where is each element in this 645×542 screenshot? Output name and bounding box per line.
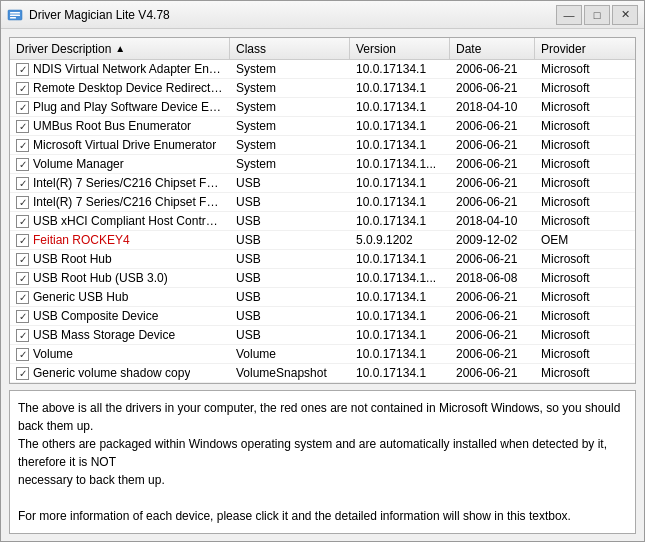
driver-class: System <box>230 136 350 154</box>
table-row[interactable]: ✓Intel(R) 7 Series/C216 Chipset Family U… <box>10 174 635 193</box>
driver-provider: Microsoft <box>535 307 635 325</box>
driver-name: Volume Manager <box>33 157 124 171</box>
driver-class: USB <box>230 288 350 306</box>
driver-date: 2006-06-21 <box>450 364 535 382</box>
driver-class: USB <box>230 212 350 230</box>
table-row[interactable]: ✓Intel(R) 7 Series/C216 Chipset Family U… <box>10 193 635 212</box>
title-bar: Driver Magician Lite V4.78 — □ ✕ <box>1 1 644 29</box>
driver-name: Intel(R) 7 Series/C216 Chipset Family US… <box>33 176 224 190</box>
table-row[interactable]: ✓Plug and Play Software Device Enumerato… <box>10 98 635 117</box>
col-header-version[interactable]: Version <box>350 38 450 59</box>
driver-date: 2006-06-21 <box>450 250 535 268</box>
table-row[interactable]: ✓UMBus Root Bus EnumeratorSystem10.0.171… <box>10 117 635 136</box>
driver-version: 10.0.17134.1 <box>350 98 450 116</box>
row-checkbox[interactable]: ✓ <box>16 101 29 114</box>
driver-date: 2006-06-21 <box>450 117 535 135</box>
driver-date: 2006-06-21 <box>450 136 535 154</box>
driver-provider: Microsoft <box>535 60 635 78</box>
driver-provider: Microsoft <box>535 250 635 268</box>
table-row[interactable]: ✓Generic volume shadow copyVolumeSnapsho… <box>10 364 635 383</box>
table-row[interactable]: ✓USB Mass Storage DeviceUSB10.0.17134.12… <box>10 326 635 345</box>
row-checkbox[interactable]: ✓ <box>16 329 29 342</box>
table-row[interactable]: ✓Generic USB HubUSB10.0.17134.12006-06-2… <box>10 288 635 307</box>
row-checkbox[interactable]: ✓ <box>16 139 29 152</box>
table-row[interactable]: ✓NDIS Virtual Network Adapter Enumerator… <box>10 60 635 79</box>
driver-version: 10.0.17134.1 <box>350 250 450 268</box>
col-header-class[interactable]: Class <box>230 38 350 59</box>
driver-name: USB Root Hub <box>33 252 112 266</box>
driver-name: USB Composite Device <box>33 309 158 323</box>
driver-version: 10.0.17134.1... <box>350 269 450 287</box>
table-row[interactable]: ✓Feitian ROCKEY4USB5.0.9.12022009-12-02O… <box>10 231 635 250</box>
table-row[interactable]: ✓Microsoft Virtual Drive EnumeratorSyste… <box>10 136 635 155</box>
svg-rect-1 <box>10 12 20 14</box>
driver-name: USB xHCI Compliant Host Controller <box>33 214 224 228</box>
driver-version: 10.0.17134.1 <box>350 288 450 306</box>
col-header-date[interactable]: Date <box>450 38 535 59</box>
col-header-driver[interactable]: Driver Description ▲ <box>10 38 230 59</box>
driver-class: USB <box>230 174 350 192</box>
driver-provider: Microsoft <box>535 326 635 344</box>
svg-rect-2 <box>10 14 20 16</box>
driver-class: System <box>230 155 350 173</box>
driver-name: Plug and Play Software Device Enumerator <box>33 100 224 114</box>
svg-rect-3 <box>10 17 16 19</box>
main-window: Driver Magician Lite V4.78 — □ ✕ Driver … <box>0 0 645 542</box>
driver-provider: Microsoft <box>535 155 635 173</box>
table-scroll-area[interactable]: ✓NDIS Virtual Network Adapter Enumerator… <box>10 60 635 383</box>
driver-version: 10.0.17134.1 <box>350 364 450 382</box>
driver-date: 2006-06-21 <box>450 307 535 325</box>
table-row[interactable]: ✓VolumeVolume10.0.17134.12006-06-21Micro… <box>10 345 635 364</box>
driver-provider: Microsoft <box>535 288 635 306</box>
row-checkbox[interactable]: ✓ <box>16 367 29 380</box>
row-checkbox[interactable]: ✓ <box>16 348 29 361</box>
row-checkbox[interactable]: ✓ <box>16 177 29 190</box>
driver-class: USB <box>230 269 350 287</box>
driver-provider: Microsoft <box>535 117 635 135</box>
driver-name: Generic USB Hub <box>33 290 128 304</box>
table-row[interactable]: ✓USB Root HubUSB10.0.17134.12006-06-21Mi… <box>10 250 635 269</box>
driver-class: System <box>230 79 350 97</box>
driver-version: 10.0.17134.1 <box>350 79 450 97</box>
driver-version: 10.0.17134.1 <box>350 60 450 78</box>
driver-name: USB Root Hub (USB 3.0) <box>33 271 168 285</box>
driver-name: Feitian ROCKEY4 <box>33 233 130 247</box>
row-checkbox[interactable]: ✓ <box>16 158 29 171</box>
info-text: The above is all the drivers in your com… <box>18 401 620 523</box>
driver-table: Driver Description ▲ Class Version Date … <box>9 37 636 384</box>
maximize-button[interactable]: □ <box>584 5 610 25</box>
driver-name: Intel(R) 7 Series/C216 Chipset Family US… <box>33 195 224 209</box>
driver-class: USB <box>230 250 350 268</box>
table-row[interactable]: ✓USB Root Hub (USB 3.0)USB10.0.17134.1..… <box>10 269 635 288</box>
driver-provider: Microsoft <box>535 345 635 363</box>
minimize-button[interactable]: — <box>556 5 582 25</box>
driver-class: USB <box>230 231 350 249</box>
row-checkbox[interactable]: ✓ <box>16 82 29 95</box>
table-row[interactable]: ✓USB Composite DeviceUSB10.0.17134.12006… <box>10 307 635 326</box>
driver-date: 2009-12-02 <box>450 231 535 249</box>
close-button[interactable]: ✕ <box>612 5 638 25</box>
driver-name: USB Mass Storage Device <box>33 328 175 342</box>
row-checkbox[interactable]: ✓ <box>16 196 29 209</box>
driver-version: 10.0.17134.1 <box>350 136 450 154</box>
driver-provider: Microsoft <box>535 364 635 382</box>
row-checkbox[interactable]: ✓ <box>16 120 29 133</box>
app-icon <box>7 7 23 23</box>
table-row[interactable]: ✓USB xHCI Compliant Host ControllerUSB10… <box>10 212 635 231</box>
driver-provider: Microsoft <box>535 79 635 97</box>
driver-provider: OEM <box>535 231 635 249</box>
driver-name: Generic volume shadow copy <box>33 366 190 380</box>
table-row[interactable]: ✓Volume ManagerSystem10.0.17134.1...2006… <box>10 155 635 174</box>
row-checkbox[interactable]: ✓ <box>16 291 29 304</box>
row-checkbox[interactable]: ✓ <box>16 234 29 247</box>
col-header-provider[interactable]: Provider <box>535 38 635 59</box>
row-checkbox[interactable]: ✓ <box>16 63 29 76</box>
row-checkbox[interactable]: ✓ <box>16 272 29 285</box>
window-title: Driver Magician Lite V4.78 <box>29 8 170 22</box>
title-bar-left: Driver Magician Lite V4.78 <box>7 7 170 23</box>
row-checkbox[interactable]: ✓ <box>16 215 29 228</box>
row-checkbox[interactable]: ✓ <box>16 310 29 323</box>
table-row[interactable]: ✓Remote Desktop Device Redirector BusSys… <box>10 79 635 98</box>
row-checkbox[interactable]: ✓ <box>16 253 29 266</box>
driver-class: USB <box>230 326 350 344</box>
